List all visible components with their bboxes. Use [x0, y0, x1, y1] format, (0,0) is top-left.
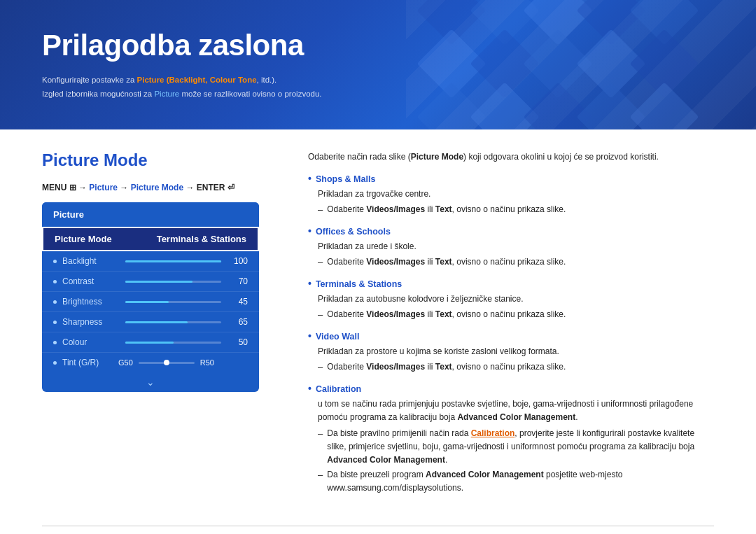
right-column: Odaberite način rada slike (Picture Mode…: [308, 150, 714, 502]
subtitle-line2-pre: Izgled izbornika mogućnosti za: [42, 90, 154, 98]
picture-box-header: Picture: [42, 202, 259, 227]
main-content: Picture Mode MENU ⊞ → Picture → Picture …: [0, 129, 756, 516]
slider-sharpness: Sharpness 65: [42, 312, 259, 332]
slider-brightness: Brightness 45: [42, 292, 259, 312]
slider-colour: Colour 50: [42, 332, 259, 353]
footnote-area: – Prikazana slika može se razlikovati ov…: [0, 516, 756, 534]
chevron-down: ⌄: [42, 372, 259, 392]
page-title: Prilagodba zaslona: [42, 29, 322, 62]
bullet-offices-schools: • Offices & Schools Prikladan za urede i…: [308, 225, 714, 270]
bullet-video-wall: • Video Wall Prikladan za prostore u koj…: [308, 330, 714, 375]
section-title: Picture Mode: [42, 150, 280, 170]
picture-mode-label: Picture Mode: [55, 234, 112, 244]
slider-dot: [53, 260, 57, 263]
header-text: Prilagodba zaslona Konfigurirajte postav…: [42, 29, 322, 101]
slider-track: [125, 260, 221, 262]
intro-text: Odaberite način rada slike (Picture Mode…: [308, 150, 714, 164]
bullet-shops-malls: • Shops & Malls Prikladan za trgovačke c…: [308, 172, 714, 218]
bullet-terminals-stations: • Terminals & Stations Prikladan za auto…: [308, 277, 714, 323]
slider-backlight: Backlight 100: [42, 251, 259, 272]
left-column: Picture Mode MENU ⊞ → Picture → Picture …: [42, 150, 280, 502]
picture-ui-box: Picture Picture Mode Terminals & Station…: [42, 202, 259, 392]
picture-mode-value: Terminals & Stations: [157, 234, 246, 244]
slider-tint: Tint (G/R) G50 R50: [42, 353, 259, 372]
subtitle-line1-pre: Konfigurirajte postavke za: [42, 76, 137, 84]
header-subtitle: Konfigurirajte postavke za Picture (Back…: [42, 73, 322, 101]
bullet-calibration: • Calibration u tom se načinu rada primj…: [308, 382, 714, 495]
slider-fill: [125, 260, 221, 262]
slider-contrast: Contrast 70: [42, 272, 259, 292]
decorative-diamonds: [427, 0, 721, 129]
subtitle-line2-post: može se razlikovati ovisno o proizvodu.: [179, 90, 321, 98]
subtitle-line1-post: , itd.).: [257, 76, 277, 84]
subtitle-highlight-blue: Picture: [154, 90, 179, 98]
header-banner: Prilagodba zaslona Konfigurirajte postav…: [0, 0, 756, 129]
subtitle-highlight-orange: Picture (Backlight, Colour Tone: [137, 76, 257, 84]
menu-path: MENU ⊞ → Picture → Picture Mode → ENTER …: [42, 183, 280, 192]
picture-mode-row: Picture Mode Terminals & Stations: [42, 227, 259, 251]
